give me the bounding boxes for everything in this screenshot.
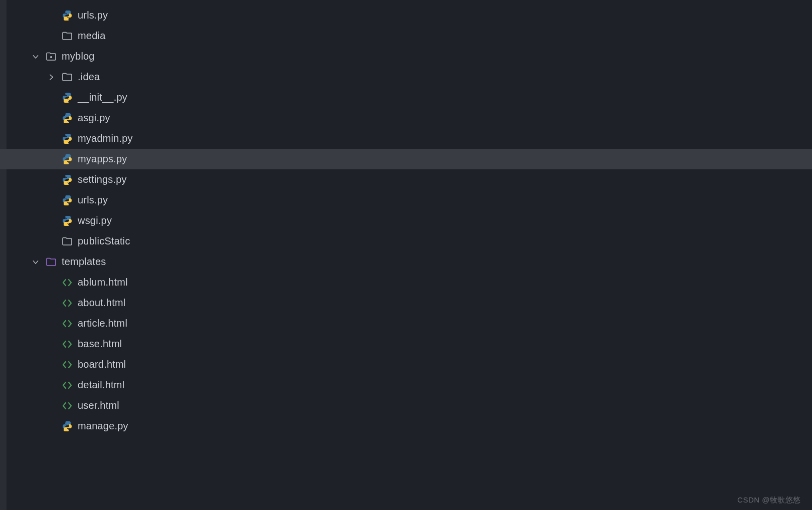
tree-item-label: publicStatic — [78, 235, 130, 247]
html-icon — [62, 380, 73, 391]
tree-item-label: detail.html — [78, 379, 124, 391]
python-icon — [62, 421, 73, 432]
tree-item-label: .idea — [78, 71, 100, 83]
html-icon — [62, 339, 73, 350]
tree-item[interactable]: publicStatic — [0, 231, 812, 251]
python-icon — [62, 113, 73, 124]
tree-item[interactable]: templates — [0, 251, 812, 272]
tree-item[interactable]: myblog — [0, 46, 812, 67]
tree-item[interactable]: media — [0, 26, 812, 46]
tree-item[interactable]: detail.html — [0, 375, 812, 395]
python-icon — [62, 215, 73, 226]
tree-item[interactable]: myapps.py — [0, 149, 812, 169]
tree-item-label: templates — [62, 256, 106, 268]
html-icon — [62, 277, 73, 288]
python-icon — [62, 154, 73, 165]
tree-item-label: manage.py — [78, 420, 128, 432]
tree-item[interactable]: manage.py — [0, 416, 812, 436]
tree-item-label: base.html — [78, 338, 122, 350]
tree-item[interactable]: ablum.html — [0, 272, 812, 293]
watermark: CSDN @牧歌悠悠 — [737, 495, 801, 505]
tree-item[interactable]: article.html — [0, 313, 812, 334]
tree-item-label: article.html — [78, 318, 127, 329]
tree-item[interactable]: myadmin.py — [0, 128, 812, 149]
html-icon — [62, 298, 73, 309]
tree-item[interactable]: board.html — [0, 354, 812, 375]
folder-tpl-icon — [46, 257, 57, 268]
folder-dot-icon — [46, 51, 57, 62]
tree-item-label: myblog — [62, 51, 95, 62]
tree-item-label: board.html — [78, 359, 126, 370]
python-icon — [62, 133, 73, 144]
tree-item[interactable]: .idea — [0, 67, 812, 87]
folder-icon — [62, 72, 73, 83]
tree-item[interactable]: wsgi.py — [0, 210, 812, 231]
tree-item-label: user.html — [78, 400, 119, 411]
tree-item-label: media — [78, 30, 105, 42]
tree-item[interactable]: settings.py — [0, 169, 812, 190]
chevron-right-icon[interactable] — [48, 74, 56, 81]
python-icon — [62, 195, 73, 206]
tree-item-label: urls.py — [78, 10, 108, 21]
tree-item-label: settings.py — [78, 174, 127, 185]
tree-item-label: ablum.html — [78, 277, 128, 288]
tree-item[interactable]: about.html — [0, 293, 812, 313]
tree-item[interactable]: __init__.py — [0, 87, 812, 108]
tree-item-label: about.html — [78, 297, 125, 309]
tree-item[interactable]: user.html — [0, 395, 812, 416]
tree-item[interactable]: urls.py — [0, 5, 812, 26]
tree-item-label: urls.py — [78, 194, 108, 206]
tree-item-label: myapps.py — [78, 153, 127, 165]
project-tree[interactable]: urls.pymediamyblog.idea__init__.pyasgi.p… — [0, 0, 812, 436]
tree-item-label: myadmin.py — [78, 133, 133, 144]
python-icon — [62, 92, 73, 103]
tree-item-label: wsgi.py — [78, 215, 112, 226]
tree-item[interactable]: asgi.py — [0, 108, 812, 128]
tree-item[interactable]: urls.py — [0, 190, 812, 210]
python-icon — [62, 174, 73, 185]
tree-item-label: asgi.py — [78, 112, 110, 124]
chevron-down-icon[interactable] — [32, 53, 40, 60]
chevron-down-icon[interactable] — [32, 259, 40, 266]
folder-icon — [62, 236, 73, 247]
tree-item[interactable]: base.html — [0, 334, 812, 354]
python-icon — [62, 10, 73, 21]
html-icon — [62, 359, 73, 370]
html-icon — [62, 318, 73, 329]
tree-item-label: __init__.py — [78, 92, 127, 103]
html-icon — [62, 400, 73, 411]
folder-icon — [62, 31, 73, 42]
